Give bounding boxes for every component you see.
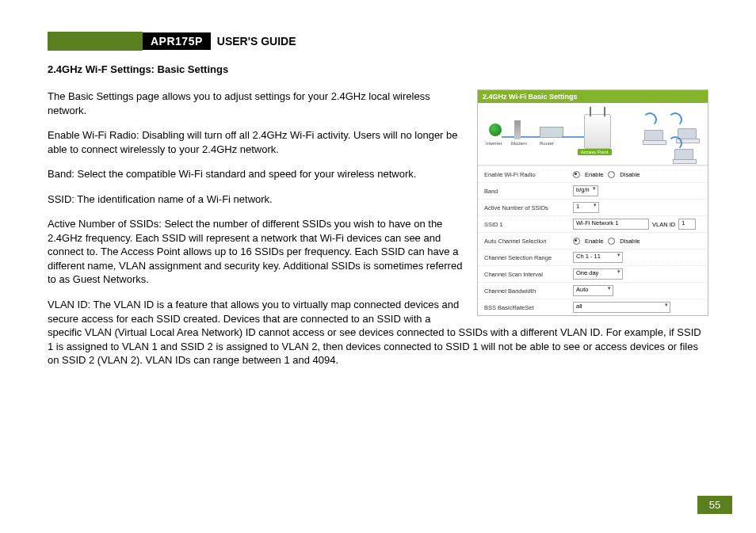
- field-label: Enable Wi-Fi Radio: [484, 171, 573, 178]
- guide-title: USER'S GUIDE: [217, 35, 296, 48]
- laptop-icon: [674, 149, 693, 162]
- field-label: SSID 1: [484, 221, 573, 228]
- radio-enable[interactable]: [573, 238, 580, 245]
- header-accent-block: [48, 32, 143, 51]
- cable-line: [521, 136, 541, 138]
- page-header: APR175P USER'S GUIDE: [48, 32, 708, 51]
- row-ssid1: SSID 1 Wi-Fi Network 1 VLAN ID 1: [478, 215, 708, 232]
- model-badge: APR175P: [143, 32, 211, 50]
- radio-label: Disable: [620, 171, 640, 178]
- radio-disable[interactable]: [608, 238, 615, 245]
- access-point-icon: [584, 114, 611, 149]
- bandwidth-select[interactable]: Auto: [573, 285, 613, 296]
- vlan-input[interactable]: 1: [678, 219, 696, 230]
- bss-select[interactable]: all: [573, 302, 670, 313]
- internet-label: Internet: [486, 141, 502, 146]
- field-label: Active Number of SSIDs: [484, 204, 573, 211]
- field-label: BSS BasicRateSet: [484, 304, 573, 311]
- radio-label: Disable: [620, 238, 640, 245]
- channel-range-select[interactable]: Ch 1 - 11: [573, 252, 623, 263]
- network-diagram: Access Point Internet Modem Router: [478, 103, 708, 166]
- row-channel-bandwidth: Channel Bandwidth Auto: [478, 282, 708, 299]
- field-label: Channel Scan Interval: [484, 271, 573, 278]
- settings-screenshot: 2.4GHz Wi-Fi Basic Settings Access Point…: [477, 89, 708, 316]
- screenshot-title: 2.4GHz Wi-Fi Basic Settings: [478, 90, 708, 103]
- ssid1-input[interactable]: Wi-Fi Network 1: [573, 219, 649, 230]
- field-label: Band: [484, 188, 573, 195]
- field-label: Channel Selection Range: [484, 254, 573, 261]
- radio-enable[interactable]: [573, 171, 580, 178]
- band-select[interactable]: b/g/n: [573, 185, 598, 196]
- field-label: Auto Channel Selection: [484, 238, 573, 245]
- row-band: Band b/g/n: [478, 182, 708, 199]
- row-channel-range: Channel Selection Range Ch 1 - 11: [478, 249, 708, 265]
- row-auto-channel: Auto Channel Selection Enable Disable: [478, 232, 708, 249]
- row-bss: BSS BasicRateSet all: [478, 299, 708, 315]
- laptop-icon: [644, 130, 663, 143]
- row-enable-wifi: Enable Wi-Fi Radio Enable Disable: [478, 166, 708, 182]
- scan-interval-select[interactable]: One day: [573, 268, 623, 280]
- field-label: Channel Bandwidth: [484, 287, 573, 295]
- router-label: Router: [540, 141, 554, 146]
- section-title: 2.4GHz Wi-F Settings: Basic Settings: [48, 63, 708, 75]
- router-icon: [540, 127, 563, 138]
- settings-form: Enable Wi-Fi Radio Enable Disable Band b…: [478, 166, 708, 315]
- radio-label: Enable: [585, 238, 603, 245]
- wifi-signal-icon: [668, 112, 682, 127]
- document-page: APR175P USER'S GUIDE 2.4GHz Wi-F Setting…: [0, 0, 756, 533]
- active-ssids-select[interactable]: 1: [573, 202, 599, 213]
- radio-disable[interactable]: [608, 171, 615, 178]
- radio-label: Enable: [585, 171, 603, 178]
- content-area: 2.4GHz Wi-Fi Basic Settings Access Point…: [48, 89, 708, 367]
- access-point-label: Access Point: [578, 149, 612, 155]
- row-scan-interval: Channel Scan Interval One day: [478, 265, 708, 282]
- internet-icon: [489, 124, 502, 136]
- row-active-ssids: Active Number of SSIDs 1: [478, 199, 708, 215]
- modem-icon: [514, 120, 521, 139]
- page-number: 55: [697, 496, 732, 514]
- vlan-label: VLAN ID: [652, 221, 675, 228]
- wifi-signal-icon: [643, 112, 657, 127]
- cable-line: [562, 136, 584, 138]
- modem-label: Modem: [511, 141, 527, 146]
